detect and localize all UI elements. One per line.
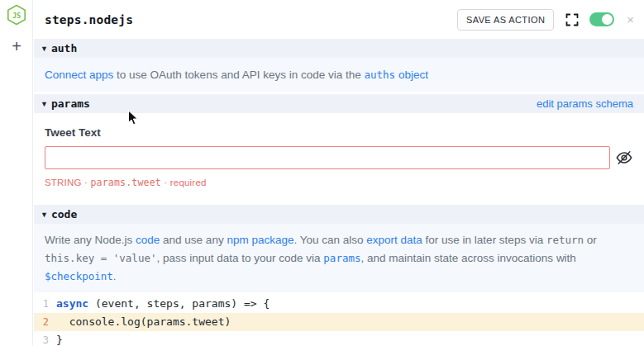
inline-text: · [82,178,91,187]
inline-link[interactable]: auths [365,69,396,81]
code-section-label: code [51,208,77,220]
eye-off-icon[interactable] [615,149,633,167]
inline-text: STRING [45,178,82,187]
code-text: console.log(params.tweet) [56,313,231,331]
collapse-triangle-icon: ▼ [41,210,48,218]
params-content: Tweet Text STRING · params.tweet · requi… [34,113,644,205]
inline-text: } [56,334,63,346]
close-icon[interactable]: × [625,13,636,26]
step-enabled-toggle[interactable] [589,12,614,26]
line-number: 2 [37,313,49,331]
inline-text: and use any [160,234,227,246]
inline-text: . [113,270,117,282]
svg-text:JS: JS [12,12,21,20]
tweet-text-label: Tweet Text [45,126,633,139]
inline-link[interactable]: export data [366,234,422,246]
inline-text: params.tweet [90,177,160,188]
edit-params-schema-link[interactable]: edit params schema [537,97,633,110]
inline-text: this.key = 'value' [45,252,156,264]
collapse-triangle-icon: ▼ [41,99,48,107]
code-text: async (event, steps, params) => { [56,295,270,313]
inline-text: , and maintain state across invocations … [361,252,576,264]
code-editor[interactable]: 1 async (event, steps, params) => { 2 co… [34,292,644,346]
inline-link[interactable]: npm package [227,234,293,246]
auth-description: Connect apps to use OAuth tokens and API… [34,58,644,92]
inline-text: return [546,234,584,246]
inline-text: async [56,297,88,310]
field-meta: STRING · params.tweet · required [45,177,633,188]
left-rail: JS + [0,0,33,346]
params-section-label: params [51,97,90,110]
inline-text: . You can also [293,234,366,246]
code-line[interactable]: 1 async (event, steps, params) => { [34,295,644,313]
params-section-header[interactable]: ▼ params edit params schema [34,94,644,113]
save-as-action-button[interactable]: SAVE AS ACTION [457,9,554,31]
auth-section-label: auth [51,42,77,55]
header-controls: SAVE AS ACTION × [457,9,636,31]
line-number: 1 [37,295,49,313]
tweet-text-input[interactable] [45,146,610,169]
inline-text: · [161,178,170,187]
nodejs-icon: JS [6,4,27,26]
inline-text: required [170,178,207,187]
code-section-header[interactable]: ▼ code [34,205,644,224]
inline-link[interactable]: params [323,252,360,264]
inline-text: or [584,234,597,246]
inline-link[interactable]: $checkpoint [45,270,113,282]
panel-header: steps.nodejs SAVE AS ACTION × [34,0,644,39]
auth-section-header[interactable]: ▼ auth [34,39,644,58]
inline-link[interactable]: object [395,69,428,81]
fullscreen-icon[interactable] [565,12,579,26]
inline-text: , pass input data to your code via [156,252,323,264]
inline-link[interactable]: Connect apps [45,69,113,81]
inline-text: Write any Node.js [45,234,136,246]
collapse-triangle-icon: ▼ [41,44,48,52]
inline-text: to use OAuth tokens and API keys in code… [113,69,364,81]
inline-text: console.log(params.tweet) [56,315,231,328]
inline-link[interactable]: code [136,234,160,246]
code-line-active[interactable]: 2 console.log(params.tweet) [34,313,644,331]
toggle-knob [602,14,613,25]
inline-text: (event, steps, params) => { [88,297,270,310]
tweet-input-row [45,146,633,169]
inline-text: for use in later steps via [422,234,546,246]
add-step-button[interactable]: + [8,38,25,55]
step-panel: steps.nodejs SAVE AS ACTION × ▼ auth [34,0,644,346]
code-description: Write any Node.js code and use any npm p… [34,224,644,292]
step-title: steps.nodejs [45,13,133,26]
code-text: } [56,331,63,346]
code-line[interactable]: 3 } [34,331,644,346]
step-editor: JS + steps.nodejs SAVE AS ACTION [0,0,644,346]
line-number: 3 [37,331,49,346]
